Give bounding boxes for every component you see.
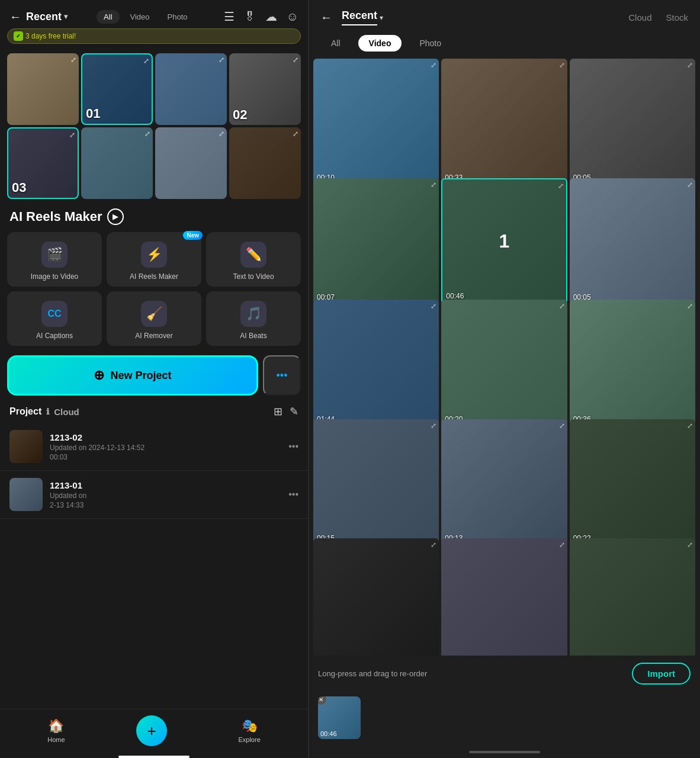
- video-thumb-1[interactable]: 00:10 ⤢: [313, 59, 439, 184]
- video-thumb-11[interactable]: 00:13 ⤢: [441, 419, 567, 545]
- explore-label: Explore: [238, 736, 260, 743]
- video-thumb-2[interactable]: 00:33 ⤢: [441, 59, 567, 184]
- video-thumb-13[interactable]: ⤢: [313, 538, 439, 656]
- home-label: Home: [47, 736, 65, 743]
- new-project-button[interactable]: ⊕ New Project: [7, 355, 258, 396]
- nav-home[interactable]: 🏠 Home: [47, 718, 65, 743]
- left-title: Recent ▾: [26, 11, 68, 23]
- import-hint: Long-press and drag to re-order: [318, 669, 427, 678]
- filter-video[interactable]: Video: [358, 35, 402, 52]
- thumb-item[interactable]: 02 ⤢: [229, 53, 301, 125]
- selected-clips: ✕ 00:46: [309, 692, 700, 749]
- project-more-icon-1[interactable]: •••: [288, 441, 298, 452]
- right-header: ← Recent ▾ Cloud Stock: [309, 0, 700, 33]
- video-thumb-4[interactable]: 00:07 ⤢: [313, 178, 439, 304]
- video-thumb-7[interactable]: 01:44 ⤢: [313, 300, 439, 425]
- filter-icon[interactable]: ☰: [224, 9, 235, 24]
- video-thumb-5[interactable]: 1 00:46 ⤢: [441, 178, 567, 304]
- thumb-number: 02: [233, 107, 247, 123]
- expand-icon: ⤢: [559, 61, 565, 69]
- play-circle-icon[interactable]: ▶: [107, 208, 124, 225]
- ai-reels-title: AI Reels Maker ▶: [0, 204, 308, 227]
- title-dropdown-arrow[interactable]: ▾: [64, 12, 68, 21]
- face-icon[interactable]: ☺: [287, 10, 298, 24]
- project-name-1: 1213-02: [50, 432, 281, 442]
- video-thumb-10[interactable]: 00:15 ⤢: [313, 419, 439, 545]
- project-duration-1: 00:03: [50, 453, 281, 461]
- tab-photo[interactable]: Photo: [160, 10, 195, 24]
- nav-add-button[interactable]: +: [136, 715, 167, 746]
- import-button[interactable]: Import: [632, 663, 691, 685]
- thumb-item[interactable]: 01 ⤢: [81, 53, 153, 125]
- expand-icon: ⤢: [431, 61, 436, 69]
- free-trial-badge[interactable]: ✓ 3 days free trial!: [7, 28, 301, 44]
- expand-icon: ⤢: [559, 422, 565, 430]
- ai-beats-btn[interactable]: 🎵 AI Beats: [206, 291, 301, 346]
- video-thumb-15[interactable]: ⤢: [570, 538, 695, 656]
- stock-link[interactable]: Stock: [666, 12, 688, 23]
- expand-icon: ⤢: [431, 422, 436, 430]
- right-back-icon[interactable]: ←: [320, 11, 332, 24]
- thumb-number: 03: [12, 180, 26, 195]
- award-icon[interactable]: 🎖: [244, 10, 256, 24]
- more-button[interactable]: •••: [263, 355, 301, 396]
- selected-clip-1[interactable]: ✕ 00:46: [318, 696, 361, 739]
- nav-explore[interactable]: 🎭 Explore: [238, 718, 260, 743]
- info-icon[interactable]: ℹ: [46, 407, 49, 416]
- thumb-number: 01: [86, 106, 100, 121]
- expand-icon: ⤢: [431, 302, 436, 310]
- ai-captions-btn[interactable]: CC AI Captions: [7, 291, 102, 346]
- image-to-video-label: Image to Video: [31, 272, 79, 281]
- text-to-video-btn[interactable]: ✏️ Text to Video: [206, 232, 301, 287]
- grid-icon[interactable]: ⊞: [274, 405, 282, 418]
- project-thumb-1: [9, 430, 43, 463]
- bottom-nav: 🏠 Home + 🎭 Explore: [0, 709, 308, 756]
- free-trial-row: ✓ 3 days free trial!: [0, 28, 308, 49]
- project-extra-2: 2-13 14:33: [50, 501, 281, 509]
- thumbnail-grid: ⤢ 01 ⤢ ⤢ 02 ⤢ 03 ⤢ ⤢ ⤢ ⤢: [0, 49, 308, 204]
- cloud-icon[interactable]: ☁: [265, 9, 277, 24]
- right-panel: ← Recent ▾ Cloud Stock All Video Photo 0…: [309, 0, 700, 758]
- more-dots: •••: [277, 370, 288, 382]
- expand-icon: ⤢: [687, 181, 693, 189]
- cloud-link[interactable]: Cloud: [628, 12, 651, 23]
- project-info-1: 1213-02 Updated on 2024-12-13 14:52 00:0…: [50, 432, 281, 461]
- tab-video[interactable]: Video: [123, 10, 157, 24]
- filter-photo[interactable]: Photo: [409, 35, 452, 52]
- feature-grid: 🎬 Image to Video New ⚡ AI Reels Maker ✏️…: [0, 227, 308, 351]
- expand-icon: ⤢: [687, 541, 693, 549]
- thumb-item[interactable]: ⤢: [229, 127, 301, 199]
- video-thumb-9[interactable]: 00:36 ⤢: [570, 300, 695, 425]
- plus-icon: ⊕: [94, 368, 104, 383]
- video-thumb-6[interactable]: 00:05 ⤢: [570, 178, 695, 304]
- expand-icon: ⤢: [559, 302, 565, 310]
- thumb-item[interactable]: 03 ⤢: [7, 127, 79, 199]
- video-thumb-8[interactable]: 00:20 ⤢: [441, 300, 567, 425]
- image-to-video-btn[interactable]: 🎬 Image to Video: [7, 232, 102, 287]
- right-title-group: Recent ▾: [342, 9, 383, 25]
- tab-all[interactable]: All: [97, 10, 119, 24]
- image-to-video-icon: 🎬: [41, 242, 68, 268]
- expand-icon: ⤢: [558, 182, 564, 190]
- thumb-item[interactable]: ⤢: [7, 53, 79, 125]
- expand-icon: ⤢: [219, 130, 224, 138]
- project-info-2: 1213-01 Updated on 2-13 14:33: [50, 480, 281, 509]
- selected-clip-duration: 00:46: [320, 730, 337, 737]
- video-thumb-12[interactable]: 00:22 ⤢: [570, 419, 695, 545]
- thumb-item[interactable]: ⤢: [155, 53, 227, 125]
- project-item-2[interactable]: 1213-01 Updated on 2-13 14:33 •••: [0, 471, 308, 519]
- project-more-icon-2[interactable]: •••: [288, 489, 298, 500]
- project-item-1[interactable]: 1213-02 Updated on 2024-12-13 14:52 00:0…: [0, 423, 308, 471]
- edit-icon[interactable]: ✎: [290, 405, 298, 418]
- thumb-item[interactable]: ⤢: [155, 127, 227, 199]
- filter-all[interactable]: All: [320, 35, 351, 52]
- ai-reels-maker-btn[interactable]: New ⚡ AI Reels Maker: [107, 232, 201, 287]
- right-title: Recent: [342, 9, 377, 25]
- right-title-arrow[interactable]: ▾: [380, 14, 383, 22]
- thumb-item[interactable]: ⤢: [81, 127, 153, 199]
- right-bottom-indicator: [469, 751, 540, 753]
- back-icon[interactable]: ←: [9, 10, 21, 24]
- video-thumb-14[interactable]: ⤢: [441, 538, 567, 656]
- ai-remover-btn[interactable]: 🧹 AI Remover: [107, 291, 201, 346]
- video-thumb-3[interactable]: 00:05 ⤢: [570, 59, 695, 184]
